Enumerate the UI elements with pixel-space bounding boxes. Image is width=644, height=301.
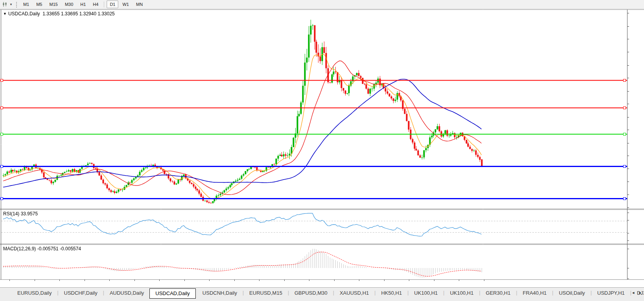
tab-usdjpy-h1[interactable]: USDJPY,H1 — [592, 288, 630, 298]
tab-fra40-h1[interactable]: FRA40,H1 — [517, 288, 552, 298]
tab-eurusd-m15[interactable]: EURUSD,M15 — [244, 288, 288, 298]
mt4-window: ▼ M1M5M15M30H1H4D1W1MN ▼USDCAD,Daily 1.3… — [0, 0, 644, 301]
tab-usdchf-daily[interactable]: USDCHF,Daily — [59, 288, 103, 298]
tab-usoil-daily[interactable]: USOil,Daily — [553, 288, 590, 298]
tab-scroll-arrows: ◄ ► — [631, 291, 642, 295]
tab-eurusd-daily[interactable]: EURUSD,Daily — [12, 288, 57, 298]
chart-symbol-label: USDCAD,Daily — [8, 11, 40, 17]
tab-audusd-daily[interactable]: AUDUSD,Daily — [104, 288, 149, 298]
tab-scroll-left-icon[interactable]: ◄ — [631, 291, 635, 295]
chart-ohlc-values: 1.33655 1.33695 1.32940 1.33025 — [42, 11, 115, 17]
macd-indicator-label: MACD(12,26,9) -0.005751 -0.005574 — [3, 246, 81, 251]
tab-ger30-h1[interactable]: GER30,H1 — [480, 288, 516, 298]
price-axis[interactable]: 1.473051.460801.448901.436651.424401.412… — [627, 9, 644, 279]
tab-hk50-h1[interactable]: HK50,H1 — [375, 288, 407, 298]
rsi-indicator-label: RSI(14) 33.9575 — [3, 211, 38, 217]
chart-tab-bar: EURUSD,Daily|USDCHF,Daily|AUDUSD,DailyUS… — [0, 287, 644, 301]
chart-canvas[interactable] — [0, 0, 644, 301]
chart-title: ▼USDCAD,Daily 1.33655 1.33695 1.32940 1.… — [3, 11, 115, 17]
tab-uk100-h1[interactable]: UK100,H1 — [408, 288, 443, 298]
tab-uk100-h1[interactable]: UK100,H1 — [444, 288, 479, 298]
tab-usdcad-daily[interactable]: USDCAD,Daily — [149, 288, 195, 299]
collapse-triangle-icon[interactable]: ▼ — [3, 12, 7, 16]
tab-gbpusd-m30[interactable]: GBPUSD,M30 — [289, 288, 333, 298]
tab-xauusd-h1[interactable]: XAUUSD,H1 — [334, 288, 374, 298]
tab-scroll-right-icon[interactable]: ► — [638, 291, 642, 295]
time-axis[interactable]: 2 Aug 201921 Aug 20199 Sep 201927 Sep 20… — [0, 279, 627, 287]
tab-usdcnh-daily[interactable]: USDCNH,Daily — [197, 288, 243, 298]
